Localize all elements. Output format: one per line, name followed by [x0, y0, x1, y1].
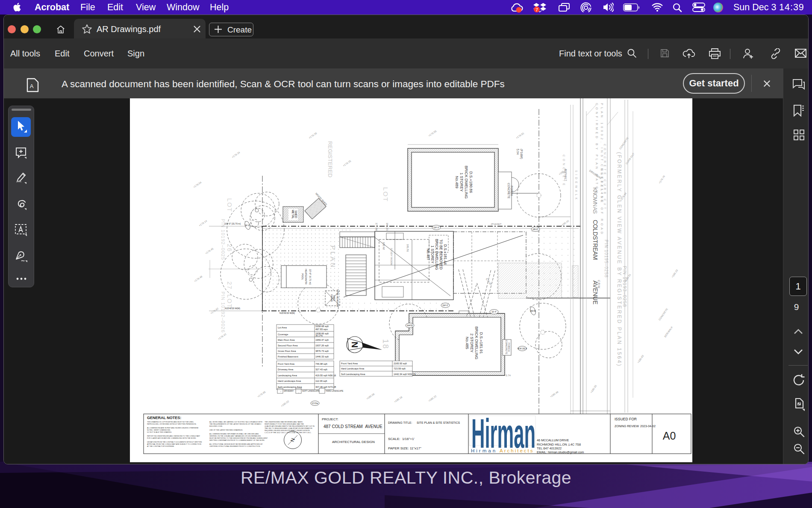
svg-text:ALL STRUCTURAL DESIGN MUST BE: ALL STRUCTURAL DESIGN MUST BE REVIEWED A…	[209, 443, 263, 445]
svg-text:SIDEWALK: SIDEWALK	[664, 326, 674, 338]
svg-text:N15'40'20 W(M): N15'40'20 W(M)	[279, 312, 295, 314]
svg-text:Hard Landscape Area: Hard Landscape Area	[278, 380, 301, 382]
svg-text:182.23: 182.23	[386, 223, 388, 231]
svg-text:SIDEWALK: SIDEWALK	[575, 170, 578, 201]
svg-text:REPORT INCONSISTENCIES AND OMI: REPORT INCONSISTENCIES AND OMISSIONS TO …	[147, 435, 200, 437]
svg-text:Architects: Architects	[500, 448, 534, 453]
svg-text:SITE PLAN & SITE STATISTICS: SITE PLAN & SITE STATISTICS	[417, 421, 460, 424]
svg-text:Landscaping Area: Landscaping Area	[278, 374, 297, 377]
svg-text:Driveway Area: Driveway Area	[278, 368, 294, 371]
svg-text:C.R.W.: C.R.W.	[597, 280, 600, 289]
svg-text:A: A	[30, 83, 34, 89]
svg-text:Front Yard Area: Front Yard Area	[278, 363, 295, 365]
svg-text:16'-4": 16'-4"	[491, 311, 497, 313]
svg-text:Lot Area: Lot Area	[278, 326, 287, 329]
svg-text:+179.14: +179.14	[198, 219, 208, 227]
svg-text:VERIFIED ON THE JOB AND ANY VA: VERIFIED ON THE JOB AND ANY VARIANCES OR…	[209, 435, 261, 437]
svg-text:CONCRETE: CONCRETE	[658, 308, 668, 321]
svg-text:2023-04-02: 2023-04-02	[640, 425, 656, 428]
svg-text:USE OF THE LATEST REVISED DRAW: USE OF THE LATEST REVISED DRAWINGS.	[209, 429, 243, 431]
svg-text:+180.22: +180.22	[428, 395, 437, 402]
svg-text:180.07: 180.07	[533, 228, 538, 230]
svg-text:+179.28: +179.28	[308, 132, 318, 139]
svg-text:THE REQUIREMENTS OF THE LATEST: THE REQUIREMENTS OF THE LATEST REVISION …	[209, 423, 261, 425]
svg-text:Coverage: Coverage	[278, 333, 288, 336]
svg-text:+179.81: +179.81	[515, 132, 525, 139]
svg-text:HEATED/WTR: HEATED/WTR	[305, 269, 307, 284]
svg-text:7: 7	[535, 7, 538, 12]
svg-text:N15'40'20 W(M): N15'40'20 W(M)	[225, 307, 240, 310]
svg-text:DRAWING TITLE:: DRAWING TITLE:	[388, 421, 412, 424]
svg-text:3876.73 sqft: 3876.73 sqft	[315, 350, 329, 352]
svg-text:ALL DIMENSIONS ARE IN FEET AND: ALL DIMENSIONS ARE IN FEET AND INCHES UN…	[147, 427, 199, 429]
svg-text:ISSUED FOR: ISSUED FOR	[615, 417, 637, 421]
svg-text:Front Yard Area: Front Yard Area	[341, 362, 358, 365]
svg-text:CONCRETE: CONCRETE	[619, 137, 629, 150]
svg-text:PAPER SIZE: 11"x17": PAPER SIZE: 11"x17"	[388, 446, 421, 450]
svg-text:419.55 sqft %56.16: 419.55 sqft %56.16	[315, 374, 336, 377]
svg-text:WRITTEN CONFIRMATION PRIOR TO: WRITTEN CONFIRMATION PRIOR TO COMMENCEME…	[209, 440, 265, 441]
svg-text:(P1&M): (P1&M)	[520, 149, 523, 159]
svg-text:+180.63: +180.63	[637, 354, 644, 364]
svg-text:CONCRETE: CONCRETE	[507, 183, 510, 199]
svg-text:22'-0" [6.71 m]: 22'-0" [6.71 m]	[309, 269, 312, 284]
svg-text:180.56: 180.56	[530, 310, 536, 312]
svg-text:104'-0": 104'-0"	[433, 227, 439, 229]
svg-text:D.S.=181.91: D.S.=181.91	[479, 332, 483, 354]
svg-text:+179.25: +179.25	[342, 159, 352, 167]
svg-text:+179.76: +179.76	[658, 175, 666, 184]
svg-text:+179.55: +179.55	[428, 130, 437, 137]
svg-text:5358.68 sqft: 5358.68 sqft	[315, 325, 329, 328]
svg-text:STUDY ROOM: STUDY ROOM	[390, 248, 393, 266]
svg-text:34'-0": 34'-0"	[245, 224, 250, 227]
svg-text:No.485: No.485	[465, 337, 469, 349]
svg-text:REGISTERED AT PLAN 10002, INST: REGISTERED AT PLAN 10002, INST. NLK12345…	[600, 98, 603, 204]
svg-text:PIN 10195–0258: PIN 10195–0258	[604, 239, 609, 278]
svg-text:DEVIATIONS FROM THE CONTRACT D: DEVIATIONS FROM THE CONTRACT DOCUMENTS W…	[147, 441, 202, 443]
svg-text:+180.02: +180.02	[280, 400, 290, 408]
svg-text:+180.23: +180.23	[671, 269, 679, 278]
svg-text:Second Floor Area: Second Floor Area	[278, 344, 298, 347]
svg-text:MUST BE REPORTED TO THE DESIGN: MUST BE REPORTED TO THE DESIGN FIRM BY P…	[209, 437, 268, 439]
svg-text:PORCH: PORCH	[510, 186, 513, 196]
svg-text:NOTED. VERIFY DIMENSIONS.: NOTED. VERIFY DIMENSIONS.	[147, 429, 171, 431]
svg-text:104'-0" [31.70 m]: 104'-0" [31.70 m]	[224, 222, 241, 225]
svg-text:+179.34: +179.34	[231, 151, 241, 159]
svg-text:26: 26	[226, 244, 233, 252]
svg-text:1442.34 sqft %52.74: 1442.34 sqft %52.74	[394, 373, 415, 375]
svg-text:CURB GUT: CURB GUT	[625, 152, 635, 165]
svg-text:2165.93 sqft: 2165.93 sqft	[394, 362, 407, 365]
svg-text:FOR CLARIFICATION BEFORE COMME: FOR CLARIFICATION BEFORE COMMENCING WITH…	[147, 437, 196, 439]
svg-text:487 COLD STREAM AVENUE: 487 COLD STREAM AVENUE	[324, 424, 382, 429]
svg-text:164'-0": 164'-0"	[442, 304, 448, 307]
svg-text:+179.95: +179.95	[257, 390, 266, 398]
svg-text:REGISTERED: REGISTERED	[327, 141, 333, 179]
svg-text:+180.16: +180.16	[394, 396, 403, 403]
svg-text:Soft Landscaping Area: Soft Landscaping Area	[341, 373, 365, 375]
svg-text:LOT: LOT	[382, 187, 389, 202]
svg-text:N44'30: N44'30	[407, 325, 413, 327]
svg-text:AT THE CONTRACTOR'S EXPENSE.: AT THE CONTRACTOR'S EXPENSE.	[147, 446, 174, 447]
svg-text:APPROVAL FROM THE CONSULTANT A: APPROVAL FROM THE CONSULTANT ARE SUBJECT…	[147, 443, 201, 445]
svg-text:5.74: 5.74	[506, 374, 511, 377]
svg-text:GENERAL NOTES:: GENERAL NOTES:	[147, 416, 181, 420]
svg-text:Gross Floor Area: Gross Floor Area	[278, 350, 296, 352]
svg-text:PORCH: PORCH	[508, 343, 510, 352]
svg-text:497.83 sqm: 497.83 sqm	[315, 328, 328, 331]
svg-text:TEL:647 4013922: TEL:647 4013922	[537, 446, 562, 450]
svg-text:LOT: LOT	[226, 294, 233, 308]
svg-text:ZONING REVIEW: ZONING REVIEW	[615, 425, 639, 428]
svg-text:THE UNDERSIGNED HAS REVIEWED A: THE UNDERSIGNED HAS REVIEWED AND TAKES	[265, 421, 303, 423]
svg-text:18: 18	[381, 339, 390, 349]
svg-text:KNOWN AS: KNOWN AS	[592, 187, 598, 215]
svg-text:N: N	[350, 342, 359, 348]
svg-text:327.43 sqft: 327.43 sqft	[315, 368, 327, 371]
svg-text:+179.48: +179.48	[194, 275, 203, 283]
svg-text:Hirman: Hirman	[471, 448, 497, 453]
svg-text:181.51: 181.51	[406, 244, 409, 252]
svg-text:METAL: METAL	[291, 210, 294, 219]
svg-text:PROJECT:: PROJECT:	[322, 417, 338, 421]
svg-text:182.62: 182.62	[382, 242, 385, 250]
svg-text:W.W 162.4: W.W 162.4	[518, 348, 527, 350]
svg-text:1937.26 sqft: 1937.26 sqft	[315, 344, 329, 347]
